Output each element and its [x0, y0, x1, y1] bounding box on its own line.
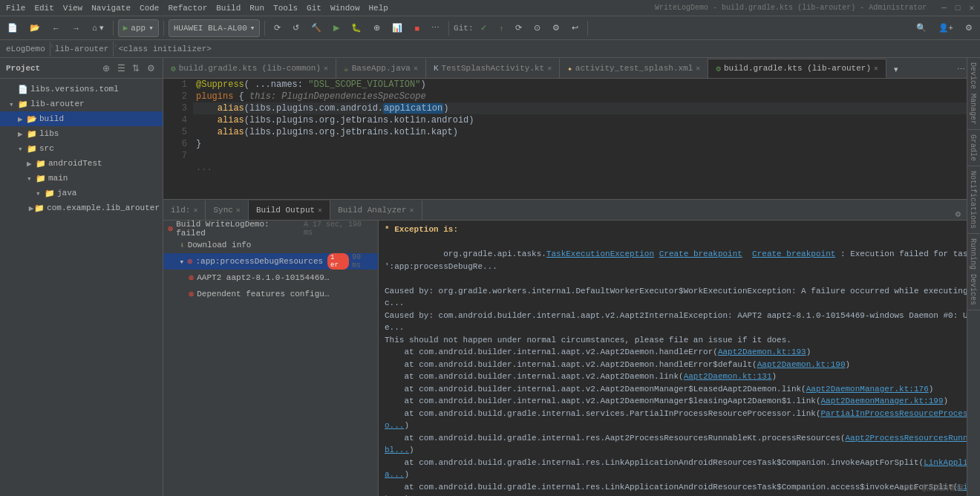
code-content[interactable]: alias(libs.plugins.com.android.applicati… — [193, 102, 980, 114]
git-settings-button[interactable]: ⚙ — [548, 19, 564, 37]
sync-button[interactable]: ⟳ — [270, 19, 285, 37]
sidebar-list-icon[interactable]: ☰ — [115, 62, 127, 74]
build-item-dependent[interactable]: ⊗ Dependent features configured but no p… — [163, 286, 378, 302]
log-link-4[interactable]: Aapt2Daemon.kt:193 — [718, 347, 806, 356]
menu-refactor[interactable]: Refactor — [168, 4, 207, 13]
build-tab-close-output[interactable]: ✕ — [318, 206, 322, 215]
build-tab-close-analyzer[interactable]: ✕ — [410, 206, 414, 215]
build-tab-output[interactable]: Build Output ✕ — [249, 200, 330, 220]
debug-button[interactable]: 🐛 — [347, 19, 366, 37]
build-tab-close[interactable]: ✕ — [193, 206, 197, 215]
tab-close-baseapp[interactable]: ✕ — [414, 64, 418, 73]
log-link-11[interactable]: LinkApplica... — [385, 458, 973, 480]
tab-testsplash[interactable]: K TestSplashActivity.kt ✕ — [426, 59, 560, 78]
code-content[interactable]: @Suppress( ...names: "DSL_SCOPE_VIOLATIO… — [193, 79, 980, 91]
sidebar-settings-icon[interactable]: ⚙ — [145, 62, 157, 74]
build-tab-analyzer[interactable]: Build Analyzer ✕ — [330, 200, 422, 220]
search-button[interactable]: 🔍 — [912, 19, 931, 37]
tree-item-com-example[interactable]: ▶ 📁 com.example.lib_arouter — [0, 200, 163, 215]
new-file-button[interactable]: 📄 — [3, 19, 22, 37]
tab-activity-xml[interactable]: ✦ activity_test_splash.xml ✕ — [560, 59, 708, 78]
forward-button[interactable]: → — [68, 19, 85, 37]
sidebar-sort-icon[interactable]: ⇅ — [130, 62, 142, 74]
menu-navigate[interactable]: Navigate — [91, 4, 131, 13]
gradle-label[interactable]: Gradle — [967, 130, 980, 166]
menu-git[interactable]: Git — [307, 4, 321, 13]
log-link-5[interactable]: Aapt2Daemon.kt:190 — [757, 360, 846, 369]
tab-close-arouter[interactable]: ✕ — [874, 64, 878, 73]
log-link-9[interactable]: PartialInProcessResourceProcesso... — [385, 409, 973, 431]
build-tab-ild[interactable]: ild: ✕ — [163, 200, 206, 220]
tree-item-main[interactable]: ▾ 📁 main — [0, 171, 163, 186]
menu-window[interactable]: Window — [330, 4, 360, 13]
build-hammer[interactable]: 🔨 — [307, 19, 326, 37]
stop-button[interactable]: ■ — [410, 19, 424, 37]
tree-item-lib-arouter[interactable]: ▾ 📁 lib-arouter — [0, 97, 163, 111]
open-button[interactable]: 📂 — [25, 19, 45, 37]
menu-view[interactable]: View — [63, 4, 82, 13]
tree-item-androidtest[interactable]: ▶ 📁 androidTest — [0, 156, 163, 171]
git-branch-button[interactable]: ⊙ — [529, 19, 545, 37]
code-editor[interactable]: 1 @Suppress( ...names: "DSL_SCOPE_VIOLAT… — [163, 79, 980, 199]
build-tab-sync[interactable]: Sync ✕ — [206, 200, 248, 220]
log-link-create-breakpoint-2[interactable]: Create breakpoint — [752, 249, 835, 258]
notifications-label[interactable]: Notifications — [967, 166, 980, 234]
build-log-panel[interactable]: * Exception is: org.gradle.api.tasks.Tas… — [379, 221, 980, 496]
tab-close-testsplash[interactable]: ✕ — [547, 64, 552, 73]
profile-button[interactable]: 📊 — [388, 19, 407, 37]
build-item-download[interactable]: ⬇ Download info — [163, 237, 378, 253]
code-content[interactable]: } — [193, 138, 980, 150]
window-maximize[interactable]: □ — [956, 4, 961, 13]
sidebar-add-icon[interactable]: ⊕ — [100, 62, 112, 74]
tab-close-common[interactable]: ✕ — [324, 64, 328, 73]
play-button[interactable]: ▶ — [329, 19, 344, 37]
git-pull-button[interactable]: ✓ — [476, 19, 491, 37]
tree-item-libs-versions[interactable]: 📄 libs.versions.toml — [0, 82, 163, 97]
breadcrumb-module[interactable]: lib-arouter — [55, 45, 109, 53]
log-link-task-exception[interactable]: TaskExecutionException — [546, 249, 654, 258]
app-dropdown[interactable]: ▶ app ▾ — [118, 19, 159, 37]
code-content[interactable] — [193, 150, 980, 162]
menu-edit[interactable]: Edit — [34, 4, 53, 13]
log-link-10[interactable]: Aapt2ProcessResourcesRunnabl... — [385, 434, 973, 455]
tab-close-xml[interactable]: ✕ — [696, 64, 700, 73]
tab-baseapp[interactable]: ☕ BaseApp.java ✕ — [336, 59, 426, 78]
code-content[interactable]: plugins { this: PluginDependenciesSpecSc… — [193, 91, 980, 102]
menu-file[interactable]: File — [6, 4, 25, 13]
window-minimize[interactable]: ─ — [941, 4, 947, 13]
log-link-create-breakpoint-1[interactable]: Create breakpoint — [659, 249, 742, 258]
back-button[interactable]: ← — [48, 19, 65, 37]
tab-overflow-button[interactable]: ▾ — [889, 60, 903, 78]
menu-build[interactable]: Build — [216, 4, 241, 13]
window-close[interactable]: ✕ — [969, 3, 974, 13]
tree-item-src[interactable]: ▾ 📁 src — [0, 141, 163, 156]
code-content[interactable]: alias(libs.plugins.org.jetbrains.kotlin.… — [193, 126, 980, 138]
running-devices-label[interactable]: Running Devices — [967, 234, 980, 310]
git-history-button[interactable]: ⟳ — [511, 19, 526, 37]
code-content[interactable]: alias(libs.plugins.org.jetbrains.kotlin.… — [193, 114, 980, 126]
menu-tools[interactable]: Tools — [273, 4, 298, 13]
device-manager-label[interactable]: Device Manager — [967, 58, 980, 130]
menu-help[interactable]: Help — [369, 4, 388, 13]
tree-item-libs[interactable]: ▶ 📁 libs — [0, 126, 163, 141]
build-tab-close-sync[interactable]: ✕ — [236, 206, 241, 215]
menu-code[interactable]: Code — [140, 4, 159, 13]
add-user-button[interactable]: 👤+ — [934, 19, 958, 37]
build-item-failed[interactable]: ⊗ Build WriteLogDemo: failed A 17 sec, 1… — [163, 221, 378, 237]
tab-build-gradle-common[interactable]: ⚙ build.gradle.kts (lib-common) ✕ — [163, 59, 336, 78]
coverage-button[interactable]: ⊕ — [369, 19, 385, 37]
undo-button[interactable]: ↩ — [567, 19, 583, 37]
log-link-7[interactable]: Aapt2DaemonManager.kt:176 — [806, 385, 929, 394]
build-item-process-debug[interactable]: ▾ ⊗ :app:processDebugResources 1 er 90 m… — [163, 253, 378, 270]
log-link-12[interactable]: Link... — [385, 483, 973, 497]
git-push-button[interactable]: ↑ — [494, 19, 508, 37]
more-run-button[interactable]: ⋯ — [427, 19, 444, 37]
tree-item-build[interactable]: ▶ 📂 build — [0, 111, 163, 126]
breadcrumb-class[interactable]: <class initializer> — [118, 45, 211, 53]
tree-item-java[interactable]: ▾ 📁 java — [0, 186, 163, 200]
nav-dropdown[interactable]: ⌂ ▾ — [88, 19, 108, 37]
build-item-aapt2[interactable]: ⊗ AAPT2 aapt2-8.1.0-10154469-windows... — [163, 270, 378, 286]
log-link-6[interactable]: Aapt2Daemon.kt:131 — [684, 372, 772, 381]
menu-run[interactable]: Run — [249, 4, 264, 13]
breadcrumb-project[interactable]: eLogDemo — [6, 45, 45, 53]
